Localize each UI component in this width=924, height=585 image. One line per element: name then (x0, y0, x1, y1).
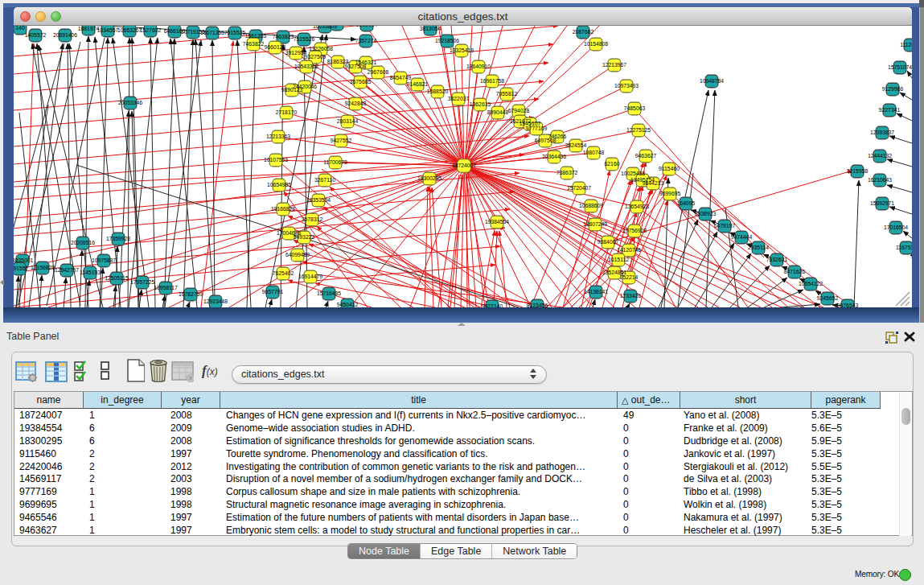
svg-text:1167533: 1167533 (896, 245, 912, 250)
svg-text:13325419: 13325419 (450, 47, 474, 53)
svg-text:1034557: 1034557 (97, 27, 119, 33)
svg-text:9384067: 9384067 (598, 239, 619, 245)
svg-text:1080748: 1080748 (583, 150, 605, 155)
svg-text:10648784: 10648784 (700, 78, 724, 84)
svg-text:7955812: 7955812 (496, 91, 518, 97)
svg-text:3215958: 3215958 (847, 168, 869, 174)
svg-text:19166822: 19166822 (271, 206, 295, 212)
svg-text:991557: 991557 (14, 266, 29, 271)
svg-text:4835001: 4835001 (14, 257, 33, 263)
svg-text:17016504: 17016504 (884, 225, 908, 230)
svg-text:10688609: 10688609 (579, 203, 603, 208)
svg-text:15720407: 15720407 (567, 185, 591, 191)
svg-text:7357274: 7357274 (355, 38, 377, 43)
svg-text:8123456: 8123456 (527, 303, 548, 307)
svg-text:8813054: 8813054 (356, 26, 378, 27)
svg-text:13654923: 13654923 (625, 204, 649, 209)
svg-text:5493222: 5493222 (294, 234, 315, 240)
svg-text:9146821: 9146821 (407, 81, 429, 87)
svg-text:2087682: 2087682 (573, 29, 594, 35)
svg-text:19384554: 19384554 (485, 219, 509, 225)
svg-text:7632621: 7632621 (766, 257, 788, 262)
svg-text:2718170: 2718170 (276, 109, 298, 115)
svg-text:3912954: 3912954 (285, 50, 307, 56)
svg-text:1588520: 1588520 (427, 89, 449, 94)
svg-text:3675685: 3675685 (350, 79, 372, 84)
svg-text:2967608: 2967608 (368, 69, 389, 75)
svg-text:11700678: 11700678 (323, 159, 347, 165)
svg-text:14136141: 14136141 (584, 289, 608, 295)
svg-text:1527602: 1527602 (140, 27, 162, 33)
svg-text:9242848: 9242848 (345, 101, 367, 106)
svg-text:7485063: 7485063 (624, 105, 646, 111)
svg-text:1733426: 1733426 (620, 293, 642, 299)
svg-text:20206516: 20206516 (71, 240, 95, 245)
svg-text:8990448: 8990448 (487, 109, 509, 115)
svg-text:9699695: 9699695 (659, 191, 681, 196)
svg-text:9890123: 9890123 (281, 87, 303, 93)
svg-text:9660128: 9660128 (265, 44, 286, 50)
svg-text:7515525: 7515525 (224, 30, 246, 35)
svg-text:10973493: 10973493 (614, 83, 639, 89)
svg-text:18807249: 18807249 (583, 221, 607, 227)
svg-text:2803144: 2803144 (337, 118, 359, 124)
svg-text:17957225: 17957225 (130, 279, 154, 285)
svg-text:20691406: 20691406 (53, 32, 77, 38)
svg-text:8471626: 8471626 (784, 269, 806, 274)
svg-text:10654985: 10654985 (267, 182, 291, 187)
svg-text:7463822: 7463822 (243, 41, 265, 47)
svg-text:9427552: 9427552 (331, 138, 352, 143)
svg-text:1362615: 1362615 (470, 101, 491, 107)
svg-text:64099489: 64099489 (285, 252, 310, 257)
svg-text:12923448: 12923448 (203, 299, 228, 304)
svg-text:20053346: 20053346 (118, 100, 142, 105)
svg-text:9450412: 9450412 (337, 302, 359, 307)
svg-text:16210643: 16210643 (868, 177, 892, 183)
svg-text:18640910: 18640910 (466, 64, 491, 69)
svg-text:7515526: 7515526 (294, 36, 315, 42)
svg-text:10543362: 10543362 (294, 64, 318, 69)
svg-text:8938923: 8938923 (695, 211, 717, 216)
svg-text:62160: 62160 (605, 161, 620, 167)
svg-text:9474444: 9474444 (731, 234, 753, 240)
svg-text:9876543: 9876543 (837, 303, 859, 307)
svg-text:18300295: 18300295 (417, 175, 441, 181)
svg-text:10154808: 10154808 (584, 41, 608, 47)
svg-text:19756928: 19756928 (622, 228, 647, 233)
svg-text:7386372: 7386372 (556, 170, 578, 175)
svg-text:9657791: 9657791 (262, 289, 284, 295)
svg-text:3824554: 3824554 (565, 142, 587, 148)
svg-text:1145193: 1145193 (80, 270, 101, 275)
svg-text:12942757: 12942757 (55, 267, 79, 273)
svg-text:1546321: 1546321 (355, 60, 377, 65)
svg-text:10958117: 10958117 (154, 285, 178, 290)
svg-text:1112864: 1112864 (900, 42, 912, 47)
svg-text:1405572: 1405572 (25, 32, 47, 38)
svg-text:7463823: 7463823 (273, 34, 294, 39)
svg-text:12444132: 12444132 (868, 153, 892, 159)
svg-text:6794028: 6794028 (508, 108, 530, 113)
svg-text:16914479: 16914479 (298, 274, 322, 279)
svg-text:252214: 252214 (620, 274, 639, 280)
svg-text:12213967: 12213967 (602, 62, 626, 68)
svg-text:3813054: 3813054 (420, 26, 441, 31)
svg-text:9129966: 9129966 (882, 86, 904, 92)
svg-text:140: 140 (15, 26, 25, 31)
svg-text:15716485: 15716485 (317, 290, 341, 296)
svg-text:12505115: 12505115 (105, 275, 129, 281)
svg-text:3267110: 3267110 (314, 177, 335, 183)
svg-text:12275125: 12275125 (626, 127, 651, 133)
svg-text:1881974: 1881974 (78, 26, 100, 31)
svg-text:9227341: 9227341 (879, 107, 901, 113)
svg-text:746266: 746266 (548, 134, 567, 139)
svg-text:1603: 1603 (331, 26, 343, 27)
svg-text:13226058: 13226058 (309, 46, 333, 51)
svg-text:3822037: 3822037 (448, 96, 470, 101)
svg-text:1615112: 1615112 (608, 257, 629, 262)
svg-text:20364436: 20364436 (542, 154, 566, 159)
svg-text:164095: 164095 (677, 200, 696, 206)
svg-text:9844213: 9844213 (643, 180, 664, 186)
svg-text:9922140: 9922140 (482, 303, 503, 307)
svg-text:10025438: 10025438 (621, 171, 645, 176)
svg-text:10107553: 10107553 (264, 157, 288, 163)
